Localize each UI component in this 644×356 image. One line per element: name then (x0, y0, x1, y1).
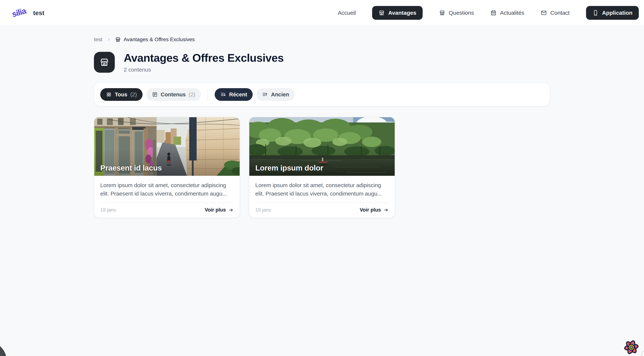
voir-plus-button[interactable]: Voir plus (360, 207, 389, 213)
sort-label: Récent (229, 92, 247, 98)
breadcrumb-current: Avantages & Offres Exclusives (115, 36, 195, 42)
site-header: silia test Accueil Avantages Questions A… (0, 0, 644, 26)
store-icon (439, 10, 445, 16)
calendar-icon (490, 10, 496, 16)
filter-label: Contenus (161, 92, 186, 98)
workspace-name: test (33, 9, 44, 16)
devtools-panel-corner (642, 350, 644, 356)
brand[interactable]: silia test (11, 6, 44, 20)
card-title-overlay: Lorem ipsum dolor (255, 164, 323, 172)
sort-descending-icon (220, 92, 226, 98)
devtools-toggle-button[interactable] (623, 339, 640, 356)
sort-ascending-icon (262, 92, 268, 98)
sort-label: Ancien (271, 92, 289, 98)
main-nav: Accueil Avantages Questions Actualités C… (338, 6, 639, 20)
bottom-left-panel-peek (0, 342, 7, 356)
card-footer: 19 janv. Voir plus (255, 202, 389, 213)
main-content: test Avantages & Offres Exclusives Avant… (94, 26, 550, 218)
smartphone-icon (592, 10, 599, 16)
application-button-label: Application (602, 10, 632, 16)
filter-tous-button[interactable]: Tous (2) (100, 88, 142, 101)
store-icon (99, 57, 110, 67)
react-query-flower-icon (623, 339, 640, 356)
mail-icon (540, 10, 547, 16)
filter-bar: Tous (2) Contenus (2) Récent Ancien (94, 82, 550, 106)
store-icon (115, 36, 121, 42)
store-icon (378, 10, 385, 16)
page: silia test Accueil Avantages Questions A… (0, 0, 644, 356)
card-body: Lorem ipsum dolor sit amet, consectetur … (94, 176, 240, 218)
voir-plus-button[interactable]: Voir plus (204, 207, 234, 213)
nav-item-label: Accueil (338, 10, 356, 16)
card-excerpt: Lorem ipsum dolor sit amet, consectetur … (255, 181, 389, 198)
content-card[interactable]: Lorem ipsum dolor Lorem ipsum dolor sit … (249, 117, 395, 218)
filter-label: Tous (115, 92, 127, 98)
breadcrumb-root[interactable]: test (94, 36, 102, 42)
page-header: Avantages & Offres Exclusives 2 contenus (94, 52, 550, 73)
page-subtitle: 2 contenus (124, 66, 284, 73)
arrow-right-icon (228, 208, 234, 213)
breadcrumb: test Avantages & Offres Exclusives (94, 36, 550, 42)
breadcrumb-current-label: Avantages & Offres Exclusives (124, 36, 195, 42)
filter-contenus-button[interactable]: Contenus (2) (146, 88, 201, 101)
swamp-lake-photo: Lorem ipsum dolor (249, 117, 395, 176)
nav-item-questions[interactable]: Questions (439, 10, 474, 16)
chevron-right-icon (106, 37, 111, 42)
sort-recent-button[interactable]: Récent (215, 88, 253, 101)
card-date: 19 janv. (255, 207, 272, 213)
nav-item-label: Questions (449, 10, 474, 16)
card-footer: 19 janv. Voir plus (100, 202, 234, 213)
voir-plus-label: Voir plus (360, 207, 381, 213)
filter-count: (2) (130, 92, 137, 98)
content-card[interactable]: Praesent id lacus Lorem ipsum dolor sit … (94, 117, 240, 218)
card-date: 19 janv. (100, 207, 117, 213)
sort-ancien-button[interactable]: Ancien (256, 88, 294, 101)
nav-item-label: Contact (550, 10, 570, 16)
newspaper-icon (152, 92, 158, 98)
card-title-overlay: Praesent id lacus (100, 164, 162, 172)
card-excerpt: Lorem ipsum dolor sit amet, consectetur … (100, 181, 234, 198)
silia-logo: silia (10, 4, 28, 21)
filter-count: (2) (188, 92, 195, 98)
application-button[interactable]: Application (586, 6, 639, 20)
nav-item-contact[interactable]: Contact (540, 10, 570, 16)
nav-item-accueil[interactable]: Accueil (338, 10, 356, 16)
nav-item-label: Actualités (500, 10, 524, 16)
nav-item-avantages[interactable]: Avantages (372, 6, 422, 20)
page-title: Avantages & Offres Exclusives (124, 52, 284, 64)
street-alley-photo: Praesent id lacus (94, 117, 240, 176)
cards-grid: Praesent id lacus Lorem ipsum dolor sit … (94, 117, 550, 218)
card-body: Lorem ipsum dolor sit amet, consectetur … (249, 176, 395, 218)
filter-divider (208, 89, 208, 100)
nav-item-actualites[interactable]: Actualités (490, 10, 524, 16)
nav-item-label: Avantages (388, 10, 416, 16)
voir-plus-label: Voir plus (204, 207, 226, 213)
page-icon-tile (94, 52, 115, 73)
arrow-right-icon (384, 208, 389, 213)
grid-icon (106, 92, 112, 98)
